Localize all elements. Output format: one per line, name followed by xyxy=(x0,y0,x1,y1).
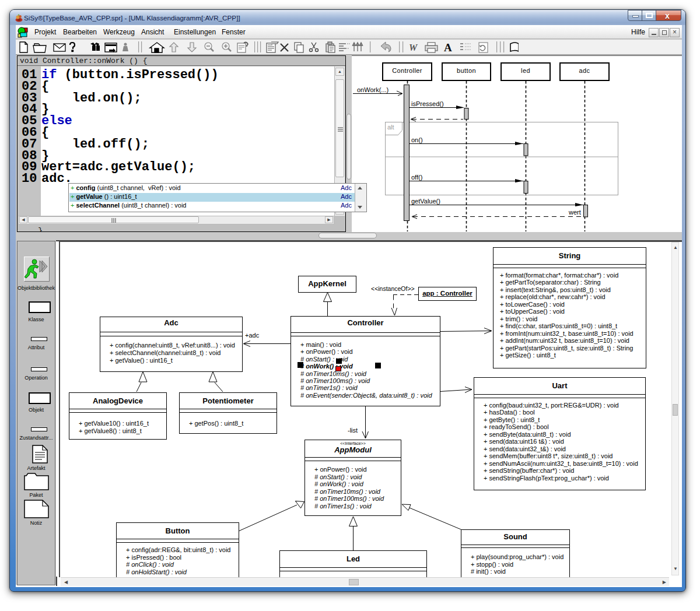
svg-text:A: A xyxy=(444,41,452,54)
svg-text:W: W xyxy=(409,43,418,52)
